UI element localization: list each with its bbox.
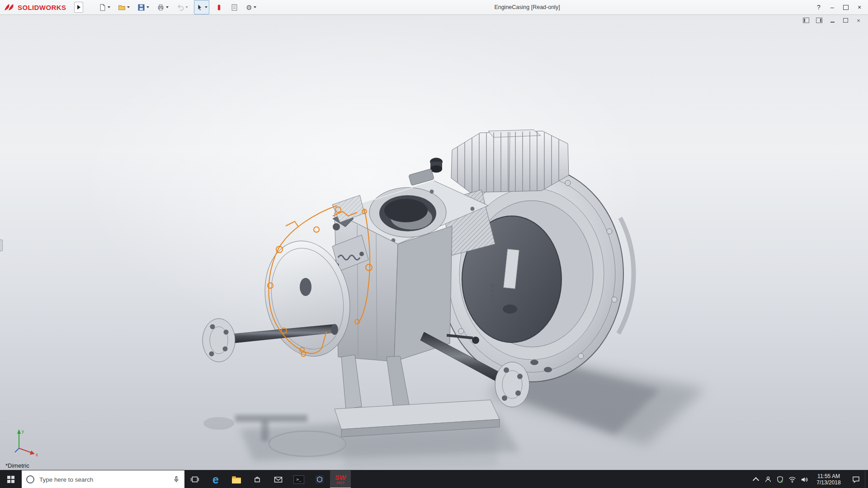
minimize-icon: – (830, 4, 834, 11)
mail-envelope-icon (274, 476, 283, 483)
file-properties-button[interactable] (229, 0, 240, 14)
graphics-area[interactable]: × y x *Dimetric (0, 14, 868, 470)
system-tray: 11:55 AM 7/13/2018 (750, 470, 868, 488)
taskbar-store[interactable] (247, 470, 268, 488)
taskbar-terminal[interactable]: >_ (288, 470, 309, 488)
file-explorer-icon (232, 478, 241, 483)
taskbar-mail[interactable] (268, 470, 288, 488)
windows-taskbar: e >_ SW (0, 470, 868, 488)
doc-minimize-button[interactable] (828, 17, 836, 24)
caret-down-icon (254, 6, 256, 8)
clock-time: 11:55 AM (811, 473, 847, 479)
maximize-icon (843, 5, 849, 10)
quick-access-toolbar: ⚙ (97, 0, 258, 14)
window-controls: ? – × (812, 0, 866, 14)
view-orientation-label: *Dimetric (5, 462, 29, 469)
open-folder-icon (118, 4, 126, 11)
caret-down-icon (166, 6, 169, 8)
tray-volume[interactable] (798, 470, 811, 488)
undo-button[interactable] (175, 0, 190, 14)
close-button[interactable]: × (853, 1, 866, 13)
doc-close-button[interactable]: × (854, 17, 863, 24)
help-icon: ? (817, 4, 821, 11)
windows-logo-icon (7, 476, 14, 483)
document-window-controls: × (802, 17, 863, 24)
caret-down-icon (127, 6, 130, 8)
restore-icon (843, 18, 848, 23)
help-button[interactable]: ? (812, 1, 826, 13)
pane-left-button[interactable] (802, 17, 810, 24)
taskbar-edge[interactable]: e (205, 470, 226, 488)
hexagon-app-icon (315, 475, 324, 484)
red-capsule-icon (215, 4, 223, 11)
save-floppy-icon (137, 4, 145, 11)
caret-down-icon (108, 6, 110, 8)
solidworks-app-icon: SW 2017 (335, 474, 346, 485)
pane-right-icon (816, 18, 822, 23)
search-input[interactable] (38, 476, 169, 483)
menu-flyout-button[interactable] (74, 2, 83, 13)
caret-down-icon (205, 6, 208, 8)
task-view-icon (191, 476, 199, 483)
taskbar-hex-app[interactable] (309, 470, 330, 488)
cortana-icon (26, 475, 34, 483)
undo-arrow-icon (176, 4, 184, 11)
save-button[interactable] (136, 0, 151, 14)
open-button[interactable] (116, 0, 132, 14)
store-bag-icon (253, 475, 261, 483)
tray-network[interactable] (786, 470, 798, 488)
select-cursor-icon (196, 4, 203, 11)
new-document-button[interactable] (97, 0, 112, 14)
panel-splitter-handle[interactable] (0, 239, 3, 251)
chevron-right-icon (77, 5, 80, 9)
person-icon (764, 476, 772, 483)
caret-down-icon (185, 6, 188, 8)
minimize-icon (830, 22, 835, 23)
close-icon: × (858, 4, 861, 11)
solidworks-window: SOLIDWORKS (0, 0, 868, 488)
clock-date: 7/13/2018 (811, 479, 847, 486)
document-title: EngineCasing [Read-only] (459, 4, 595, 10)
wifi-icon (788, 476, 796, 483)
options-button[interactable]: ⚙ (244, 0, 258, 14)
taskbar-solidworks[interactable]: SW 2017 (330, 470, 351, 488)
triad-y-label: y (22, 429, 24, 434)
start-button[interactable] (0, 470, 22, 488)
tray-people[interactable] (762, 470, 774, 488)
marker-tool-button[interactable] (213, 0, 225, 14)
doc-restore-button[interactable] (841, 17, 849, 24)
taskbar-search[interactable] (22, 470, 184, 488)
taskbar-clock[interactable]: 11:55 AM 7/13/2018 (811, 470, 847, 488)
taskbar-file-explorer[interactable] (226, 470, 247, 488)
triad-x-label: x (36, 452, 38, 457)
solidworks-logo-icon (4, 3, 15, 11)
action-center-button[interactable] (847, 470, 865, 488)
hidden-icons-button[interactable] (750, 470, 762, 488)
tray-security[interactable] (774, 470, 786, 488)
action-center-icon (852, 476, 860, 483)
minimize-button[interactable]: – (826, 1, 839, 13)
print-button[interactable] (155, 0, 170, 14)
chevron-up-icon (752, 477, 759, 483)
engine-casing-model[interactable] (0, 14, 868, 470)
titlebar: SOLIDWORKS (0, 0, 868, 15)
select-tool-button[interactable] (194, 0, 209, 14)
task-view-button[interactable] (184, 470, 205, 488)
orientation-triad: y x (11, 425, 42, 460)
terminal-icon: >_ (293, 475, 304, 484)
new-page-icon (99, 4, 106, 11)
microphone-icon[interactable] (173, 476, 180, 483)
shield-icon (777, 476, 783, 483)
speaker-icon (801, 476, 808, 483)
solidworks-logo: SOLIDWORKS (0, 3, 70, 11)
gear-icon: ⚙ (246, 4, 252, 11)
pane-left-icon (803, 18, 809, 23)
edge-icon: e (212, 474, 219, 485)
pane-right-button[interactable] (815, 17, 823, 24)
close-icon: × (857, 17, 860, 24)
brand-name: SOLIDWORKS (18, 4, 66, 11)
maximize-button[interactable] (839, 1, 853, 13)
printer-icon (157, 4, 165, 11)
show-desktop-button[interactable] (865, 470, 868, 488)
caret-down-icon (146, 6, 149, 8)
